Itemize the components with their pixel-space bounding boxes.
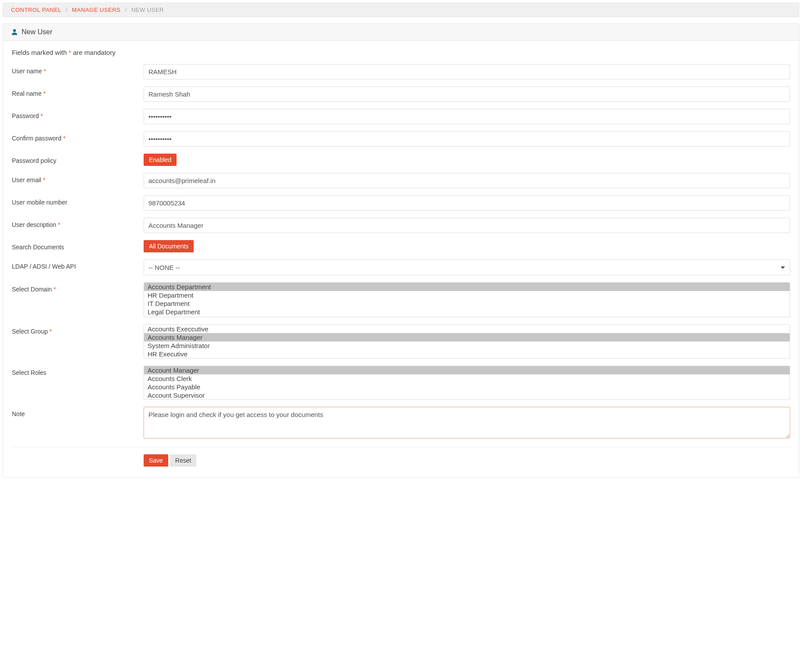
row-user-email: User email *: [12, 173, 790, 188]
required-star: *: [43, 90, 46, 97]
label-select-roles: Select Roles: [12, 369, 47, 376]
required-star: *: [54, 286, 56, 293]
row-password: Password *: [12, 109, 790, 124]
select-group[interactable]: Accounts ExeccutiveAccounts ManagerSyste…: [144, 324, 790, 359]
panel-header: New User: [3, 24, 799, 41]
label-confirm-password: Confirm password: [12, 135, 61, 142]
required-star: *: [58, 221, 60, 228]
textarea-note[interactable]: [144, 407, 790, 438]
label-real-name: Real name: [12, 90, 42, 97]
list-option[interactable]: Accounts Clerk: [144, 374, 790, 383]
input-password[interactable]: [144, 109, 790, 124]
row-user-mobile: User mobile number *: [12, 195, 790, 211]
label-user-mobile: User mobile number: [12, 199, 67, 206]
row-ldap: LDAP / ADSI / Web API * -- NONE --: [12, 259, 790, 275]
list-option[interactable]: Accounts Department: [144, 283, 790, 291]
label-password: Password: [12, 112, 39, 119]
row-search-documents: Search Documents * All Documents: [12, 240, 790, 252]
required-star: *: [43, 68, 46, 75]
list-option[interactable]: Accounts Payable: [144, 383, 790, 391]
input-user-description[interactable]: [144, 218, 790, 233]
panel-new-user: New User Fields marked with * are mandat…: [3, 23, 799, 478]
breadcrumb: CONTROL PANEL / MANAGE USERS / NEW USER: [3, 3, 799, 17]
list-option[interactable]: Accounts Manager: [144, 333, 790, 341]
mandatory-note-prefix: Fields marked with: [12, 49, 69, 56]
panel-title: New User: [22, 28, 52, 36]
list-option[interactable]: IT Department: [144, 299, 790, 308]
list-option[interactable]: Accounts Execcutive: [144, 325, 790, 333]
row-user-name: User name *: [12, 64, 790, 79]
select-ldap[interactable]: -- NONE --: [144, 259, 790, 275]
mandatory-note: Fields marked with * are mandatory: [12, 49, 790, 56]
label-search-documents: Search Documents: [12, 244, 64, 251]
label-select-group: Select Group: [12, 328, 48, 335]
list-option[interactable]: Legal Department: [144, 308, 790, 316]
list-option[interactable]: Account Manager: [144, 366, 790, 374]
breadcrumb-sep: /: [63, 7, 70, 13]
row-password-policy: Password policy * Enabled: [12, 154, 790, 166]
label-user-email: User email: [12, 176, 41, 183]
label-user-description: User description: [12, 221, 56, 228]
row-select-roles: Select Roles * Account ManagerAccounts C…: [12, 366, 790, 400]
password-policy-button[interactable]: Enabled: [144, 154, 177, 166]
list-option[interactable]: System Administrator: [144, 341, 790, 350]
search-documents-button[interactable]: All Documents: [144, 240, 194, 252]
input-real-name[interactable]: [144, 86, 790, 102]
panel-body: Fields marked with * are mandatory User …: [3, 41, 799, 477]
row-select-domain: Select Domain * Accounts DepartmentHR De…: [12, 282, 790, 317]
required-star: *: [50, 328, 52, 335]
label-password-policy: Password policy: [12, 157, 56, 164]
input-user-email[interactable]: [144, 173, 790, 188]
row-real-name: Real name *: [12, 86, 790, 102]
list-option[interactable]: Account Supervisor: [144, 391, 790, 399]
row-note: Note *: [12, 407, 790, 440]
input-confirm-password[interactable]: [144, 131, 790, 147]
list-option[interactable]: HR Department: [144, 291, 790, 299]
label-note: Note: [12, 410, 25, 417]
select-roles[interactable]: Account ManagerAccounts ClerkAccounts Pa…: [144, 366, 790, 400]
required-star: *: [43, 176, 45, 183]
breadcrumb-sep: /: [123, 7, 130, 13]
row-confirm-password: Confirm password *: [12, 131, 790, 147]
reset-button[interactable]: Reset: [170, 454, 197, 467]
input-user-name[interactable]: [144, 64, 790, 79]
breadcrumb-current: NEW USER: [131, 7, 164, 13]
row-select-group: Select Group * Accounts ExeccutiveAccoun…: [12, 324, 790, 359]
label-user-name: User name: [12, 68, 42, 75]
breadcrumb-control-panel[interactable]: CONTROL PANEL: [11, 7, 61, 13]
row-user-description: User description *: [12, 218, 790, 233]
label-select-domain: Select Domain: [12, 286, 52, 293]
breadcrumb-manage-users[interactable]: MANAGE USERS: [72, 7, 121, 13]
list-option[interactable]: HR Executive: [144, 350, 790, 358]
input-user-mobile[interactable]: [144, 195, 790, 211]
required-star: *: [40, 112, 43, 119]
label-ldap: LDAP / ADSI / Web API: [12, 263, 76, 270]
required-star: *: [63, 135, 65, 142]
mandatory-note-suffix: are mandatory: [71, 49, 116, 56]
user-icon: [11, 29, 18, 36]
form-footer: Save Reset: [12, 447, 790, 467]
select-domain[interactable]: Accounts DepartmentHR DepartmentIT Depar…: [144, 282, 790, 317]
save-button[interactable]: Save: [144, 454, 168, 467]
